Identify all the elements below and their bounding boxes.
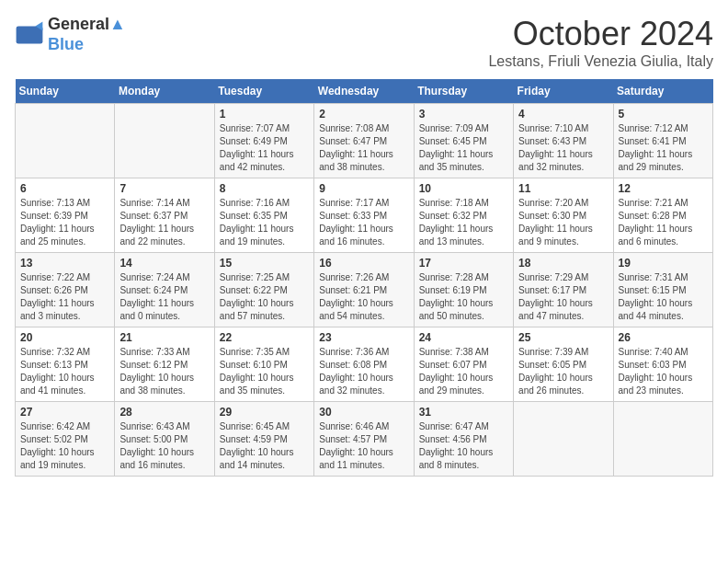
- daylight-text: Daylight: 10 hours and 23 minutes.: [619, 373, 693, 396]
- day-info: Sunrise: 7:22 AM Sunset: 6:26 PM Dayligh…: [20, 271, 109, 323]
- day-number: 22: [220, 331, 309, 344]
- calendar-cell: 30 Sunrise: 6:46 AM Sunset: 4:57 PM Dayl…: [314, 402, 414, 477]
- day-number: 13: [20, 257, 109, 270]
- sunset-text: Sunset: 6:21 PM: [319, 285, 387, 295]
- day-number: 12: [619, 182, 708, 195]
- sunset-text: Sunset: 6:05 PM: [518, 360, 586, 370]
- page-header: General▲ Blue October 2024 Lestans, Friu…: [15, 15, 713, 70]
- day-info: Sunrise: 7:09 AM Sunset: 6:45 PM Dayligh…: [419, 122, 508, 174]
- daylight-text: Daylight: 11 hours and 13 minutes.: [419, 224, 494, 247]
- logo: General▲ Blue: [15, 15, 126, 54]
- daylight-text: Daylight: 11 hours and 3 minutes.: [20, 298, 95, 321]
- daylight-text: Daylight: 10 hours and 44 minutes.: [619, 298, 693, 321]
- daylight-text: Daylight: 10 hours and 41 minutes.: [20, 373, 95, 396]
- day-number: 17: [419, 257, 508, 270]
- day-info: Sunrise: 7:40 AM Sunset: 6:03 PM Dayligh…: [619, 346, 708, 397]
- weekday-header-tuesday: Tuesday: [214, 79, 313, 104]
- calendar-cell: [514, 402, 613, 477]
- calendar-cell: [115, 104, 214, 178]
- sunset-text: Sunset: 4:57 PM: [319, 434, 387, 444]
- sunset-text: Sunset: 6:03 PM: [619, 360, 687, 370]
- calendar-cell: 29 Sunrise: 6:45 AM Sunset: 4:59 PM Dayl…: [214, 402, 313, 477]
- calendar-cell: 13 Sunrise: 7:22 AM Sunset: 6:26 PM Dayl…: [16, 253, 115, 327]
- day-number: 27: [20, 406, 109, 419]
- sunset-text: Sunset: 6:33 PM: [319, 211, 387, 221]
- day-number: 8: [220, 182, 309, 195]
- calendar-cell: 14 Sunrise: 7:24 AM Sunset: 6:24 PM Dayl…: [115, 253, 214, 327]
- daylight-text: Daylight: 11 hours and 32 minutes.: [518, 149, 593, 172]
- sunset-text: Sunset: 6:32 PM: [419, 211, 487, 221]
- calendar-cell: 24 Sunrise: 7:38 AM Sunset: 6:07 PM Dayl…: [414, 327, 513, 402]
- sunrise-text: Sunrise: 7:12 AM: [619, 123, 688, 133]
- daylight-text: Daylight: 11 hours and 16 minutes.: [319, 224, 393, 247]
- sunrise-text: Sunrise: 6:46 AM: [319, 421, 389, 431]
- daylight-text: Daylight: 10 hours and 8 minutes.: [419, 447, 494, 470]
- sunset-text: Sunset: 6:49 PM: [220, 136, 288, 146]
- day-number: 15: [220, 257, 309, 270]
- sunset-text: Sunset: 6:24 PM: [119, 285, 188, 295]
- day-number: 3: [419, 108, 508, 121]
- daylight-text: Daylight: 11 hours and 9 minutes.: [518, 224, 593, 247]
- calendar-cell: 23 Sunrise: 7:36 AM Sunset: 6:08 PM Dayl…: [314, 327, 414, 402]
- day-number: 29: [220, 406, 309, 419]
- day-info: Sunrise: 7:13 AM Sunset: 6:39 PM Dayligh…: [20, 197, 109, 248]
- sunrise-text: Sunrise: 7:10 AM: [518, 123, 588, 133]
- day-number: 21: [119, 331, 209, 344]
- day-info: Sunrise: 7:31 AM Sunset: 6:15 PM Dayligh…: [619, 271, 708, 323]
- day-info: Sunrise: 7:24 AM Sunset: 6:24 PM Dayligh…: [119, 271, 209, 323]
- calendar-cell: 16 Sunrise: 7:26 AM Sunset: 6:21 PM Dayl…: [314, 253, 414, 327]
- daylight-text: Daylight: 10 hours and 26 minutes.: [518, 373, 593, 396]
- day-number: 20: [20, 331, 109, 344]
- calendar-cell: 27 Sunrise: 6:42 AM Sunset: 5:02 PM Dayl…: [16, 402, 115, 477]
- title-area: October 2024 Lestans, Friuli Venezia Giu…: [488, 15, 713, 70]
- sunset-text: Sunset: 5:02 PM: [20, 434, 88, 444]
- logo-text: General▲ Blue: [48, 15, 126, 54]
- daylight-text: Daylight: 11 hours and 22 minutes.: [119, 224, 194, 247]
- day-info: Sunrise: 7:07 AM Sunset: 6:49 PM Dayligh…: [220, 122, 309, 174]
- sunrise-text: Sunrise: 7:40 AM: [619, 347, 688, 357]
- svg-rect-0: [17, 26, 43, 43]
- sunset-text: Sunset: 4:59 PM: [220, 434, 288, 444]
- day-info: Sunrise: 7:39 AM Sunset: 6:05 PM Dayligh…: [518, 346, 608, 397]
- daylight-text: Daylight: 10 hours and 54 minutes.: [319, 298, 393, 321]
- day-number: 25: [518, 331, 608, 344]
- day-info: Sunrise: 7:29 AM Sunset: 6:17 PM Dayligh…: [518, 271, 608, 323]
- sunset-text: Sunset: 6:47 PM: [319, 136, 387, 146]
- calendar-week-row: 20 Sunrise: 7:32 AM Sunset: 6:13 PM Dayl…: [16, 327, 713, 402]
- calendar-week-row: 13 Sunrise: 7:22 AM Sunset: 6:26 PM Dayl…: [16, 253, 713, 327]
- calendar-cell: 12 Sunrise: 7:21 AM Sunset: 6:28 PM Dayl…: [613, 178, 712, 253]
- daylight-text: Daylight: 10 hours and 19 minutes.: [20, 447, 95, 470]
- day-info: Sunrise: 6:42 AM Sunset: 5:02 PM Dayligh…: [20, 420, 109, 472]
- day-info: Sunrise: 7:32 AM Sunset: 6:13 PM Dayligh…: [20, 346, 109, 397]
- sunrise-text: Sunrise: 7:14 AM: [119, 198, 189, 208]
- month-title: October 2024: [488, 15, 713, 53]
- day-number: 9: [319, 182, 408, 195]
- sunset-text: Sunset: 6:26 PM: [20, 285, 88, 295]
- daylight-text: Daylight: 11 hours and 0 minutes.: [119, 298, 194, 321]
- logo-icon: [15, 20, 44, 50]
- weekday-header-wednesday: Wednesday: [314, 79, 414, 104]
- calendar-table: SundayMondayTuesdayWednesdayThursdayFrid…: [15, 79, 713, 477]
- daylight-text: Daylight: 11 hours and 19 minutes.: [220, 224, 294, 247]
- calendar-cell: 4 Sunrise: 7:10 AM Sunset: 6:43 PM Dayli…: [514, 104, 613, 178]
- sunrise-text: Sunrise: 7:36 AM: [319, 347, 389, 357]
- daylight-text: Daylight: 11 hours and 25 minutes.: [20, 224, 95, 247]
- daylight-text: Daylight: 10 hours and 16 minutes.: [119, 447, 194, 470]
- calendar-week-row: 6 Sunrise: 7:13 AM Sunset: 6:39 PM Dayli…: [16, 178, 713, 253]
- calendar-cell: 10 Sunrise: 7:18 AM Sunset: 6:32 PM Dayl…: [414, 178, 513, 253]
- day-info: Sunrise: 7:36 AM Sunset: 6:08 PM Dayligh…: [319, 346, 408, 397]
- sunset-text: Sunset: 6:37 PM: [119, 211, 188, 221]
- calendar-cell: 3 Sunrise: 7:09 AM Sunset: 6:45 PM Dayli…: [414, 104, 513, 178]
- day-number: 26: [619, 331, 708, 344]
- sunrise-text: Sunrise: 7:13 AM: [20, 198, 90, 208]
- sunrise-text: Sunrise: 7:38 AM: [419, 347, 489, 357]
- day-info: Sunrise: 7:28 AM Sunset: 6:19 PM Dayligh…: [419, 271, 508, 323]
- sunrise-text: Sunrise: 6:45 AM: [220, 421, 290, 431]
- calendar-cell: [16, 104, 115, 178]
- day-number: 16: [319, 257, 408, 270]
- sunset-text: Sunset: 6:28 PM: [619, 211, 687, 221]
- day-info: Sunrise: 7:17 AM Sunset: 6:33 PM Dayligh…: [319, 197, 408, 248]
- daylight-text: Daylight: 11 hours and 29 minutes.: [619, 149, 693, 172]
- daylight-text: Daylight: 10 hours and 57 minutes.: [220, 298, 294, 321]
- day-info: Sunrise: 6:46 AM Sunset: 4:57 PM Dayligh…: [319, 420, 408, 472]
